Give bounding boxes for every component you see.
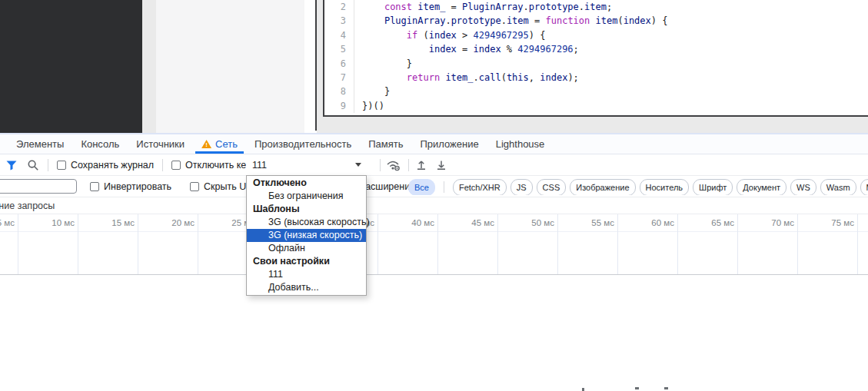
code-token: })() (362, 101, 384, 111)
search-icon[interactable] (27, 159, 39, 171)
filter-chip-WS[interactable]: WS (790, 179, 816, 195)
code-token (362, 44, 429, 55)
code-token: . (501, 15, 507, 26)
code-token: item_ (445, 72, 473, 83)
timeline-tick-label: 40 мс (411, 214, 434, 231)
timeline-tick-label: 75 мс (831, 214, 854, 231)
code-token: item_ (417, 2, 445, 12)
tab-Сеть[interactable]: !Сеть (193, 134, 246, 154)
code-token: ; (607, 2, 612, 12)
code-token: call (479, 72, 501, 83)
code-token: ( (617, 15, 623, 26)
tab-label: Приложение (420, 138, 478, 150)
divider (444, 181, 444, 193)
tab-label: Консоль (81, 138, 119, 150)
tab-Консоль[interactable]: Консоль (72, 134, 128, 154)
filter-chip-Fetch/XHR[interactable]: Fetch/XHR (453, 179, 507, 195)
code-token (362, 15, 384, 26)
network-toolbar: Сохранять журнал Отключить кеш 111 (0, 154, 868, 176)
menu-group-label: Отключено (247, 177, 366, 190)
tab-Приложение[interactable]: Приложение (411, 134, 487, 154)
filter-chip-JS[interactable]: JS (510, 179, 533, 195)
network-conditions-icon[interactable] (385, 159, 402, 171)
menu-item-111[interactable]: 111 (247, 268, 366, 281)
code-token: function (545, 15, 590, 26)
clipped-text-fragment (635, 387, 639, 389)
timeline-gridline (557, 214, 558, 274)
filter-chip-Все[interactable]: Все (408, 179, 435, 195)
code-token: ); (567, 72, 578, 83)
code-token: . (474, 72, 479, 83)
code-line: 5 index = index % 4294967296; (324, 42, 868, 56)
filter-chip-Изображение[interactable]: Изображение (570, 179, 635, 195)
menu-item-3G (высокая скорость)[interactable]: 3G (высокая скорость) (247, 216, 366, 229)
menu-item-Офлайн[interactable]: Офлайн (247, 242, 366, 255)
preserve-log-checkbox[interactable] (57, 161, 66, 170)
timeline-tick-label: 20 мс (171, 214, 195, 231)
hide-data-urls-checkbox[interactable] (190, 182, 199, 191)
filter-chip-Wasm[interactable]: Wasm (820, 179, 856, 195)
import-har-icon[interactable] (415, 159, 427, 171)
filter-funnel-icon[interactable] (5, 159, 18, 171)
code-token: > (457, 30, 474, 41)
invert-checkbox[interactable] (90, 182, 99, 191)
code-token: index (540, 72, 567, 83)
menu-item-Добавить...[interactable]: Добавить... (247, 281, 366, 294)
code-text: } (354, 57, 412, 71)
page-light-panel (156, 0, 304, 133)
code-token: const (384, 2, 412, 12)
tab-Lighthouse[interactable]: Lighthouse (487, 134, 554, 154)
tab-Элементы[interactable]: Элементы (8, 134, 72, 154)
code-text: return item_.call(this, index); (354, 71, 579, 84)
tab-label: Память (368, 138, 403, 150)
code-token: ) { (651, 15, 668, 26)
line-number: 3 (324, 14, 354, 28)
code-token: this (507, 72, 529, 83)
export-har-icon[interactable] (435, 159, 447, 171)
timeline-tick-label: 10 мс (52, 214, 75, 231)
preserve-log-label: Сохранять журнал (71, 160, 154, 171)
menu-item-3G (низкая скорость)[interactable]: 3G (низкая скорость) (247, 229, 366, 242)
code-line: 7 return item_.call(this, index); (324, 71, 868, 84)
disable-cache-checkbox[interactable] (171, 161, 181, 170)
filter-chip-CSS[interactable]: CSS (537, 179, 567, 195)
toolbar-right-group (375, 154, 447, 175)
tab-label: Источники (136, 138, 185, 150)
code-text: if (index > 4294967295) { (354, 28, 545, 42)
code-token: . (445, 15, 451, 26)
timeline-gridline (377, 214, 378, 274)
line-number: 9 (324, 99, 354, 113)
timeline-tick-label: 65 мс (711, 214, 734, 231)
line-number: 8 (324, 84, 354, 98)
filter-input[interactable] (0, 179, 77, 194)
timeline-gridline (18, 214, 18, 274)
tab-Источники[interactable]: Источники (128, 134, 193, 154)
request-type-chips: ВсеFetch/XHRJSCSSИзображениеНосительШриф… (408, 179, 868, 195)
code-token: ) { (529, 30, 546, 41)
devtools-tabbar: ЭлементыКонсольИсточники!СетьПроизводите… (0, 134, 868, 154)
code-token: = (445, 2, 462, 12)
throttling-select[interactable]: 111 (246, 156, 367, 174)
tab-Производительность[interactable]: Производительность (246, 134, 360, 154)
code-token (362, 2, 384, 12)
tab-Память[interactable]: Память (360, 134, 411, 154)
filter-chip-Документ[interactable]: Документ (737, 179, 787, 195)
timeline-tick-label: 5 мс (0, 214, 15, 231)
code-token: PluginArray (462, 2, 523, 12)
code-editor-panel: 2 const item_ = PluginArray.prototype.it… (323, 0, 868, 117)
filter-chip-Носитель[interactable]: Носитель (640, 179, 690, 195)
filter-chip-Манифест[interactable]: Манифест (860, 179, 868, 195)
filter-chip-Шрифт[interactable]: Шрифт (693, 179, 733, 195)
devtools-window: 2 const item_ = PluginArray.prototype.it… (0, 0, 868, 391)
line-number: 4 (324, 28, 354, 42)
timeline-tick-label: 45 мс (471, 214, 494, 231)
code-line: 9})() (324, 99, 868, 113)
code-token: . (524, 2, 529, 12)
code-token: prototype (529, 2, 579, 12)
line-number: 7 (324, 71, 354, 84)
menu-item-Без ограничения[interactable]: Без ограничения (247, 190, 366, 203)
tab-label: Производительность (254, 138, 351, 150)
timeline-gridline (78, 214, 78, 274)
timeline-gridline (677, 214, 678, 274)
code-token: index (474, 44, 501, 55)
